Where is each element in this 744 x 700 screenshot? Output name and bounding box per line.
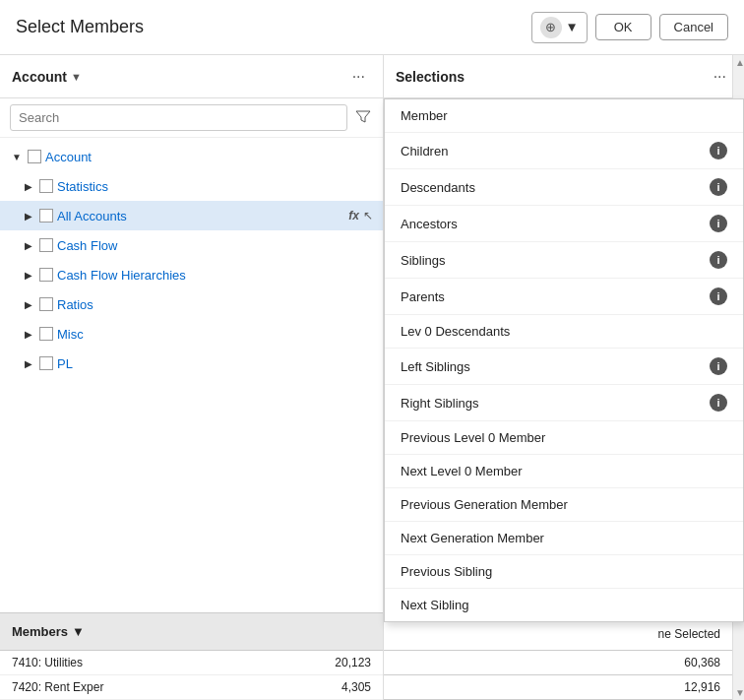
expand-cash-flow-hierarchies-button[interactable]: ▶ — [22, 268, 35, 282]
pl-label[interactable]: PL — [57, 356, 373, 371]
tree-item-all-accounts[interactable]: ▶ All Accounts fx ↖ — [0, 201, 383, 230]
member-row-2: 7420: Rent Exper 4,305 — [0, 675, 383, 700]
scroll-down-button[interactable]: ▼ — [733, 685, 744, 700]
siblings-info-icon: i — [710, 251, 727, 269]
dropdown-item-prev-sibling[interactable]: Previous Sibling — [385, 555, 743, 589]
checkbox-cash-flow[interactable] — [39, 238, 53, 252]
lev0-descendants-option-label: Lev 0 Descendants — [401, 324, 727, 339]
tree-item-cash-flow-hierarchies[interactable]: ▶ Cash Flow Hierarchies — [0, 260, 383, 289]
selections-dropdown-menu: Member Children i Descendants i Ancestor… — [384, 98, 744, 622]
scroll-up-button[interactable]: ▲ — [733, 55, 744, 70]
left-panel: Account ▼ ··· ▼ A — [0, 55, 384, 700]
misc-label[interactable]: Misc — [57, 327, 373, 342]
right-panel: Selections ··· ◀ Account Member Children… — [384, 55, 744, 700]
dropdown-item-descendants[interactable]: Descendants i — [385, 169, 743, 206]
member-name-1: 7410: Utilities — [12, 656, 312, 669]
expand-misc-button[interactable]: ▶ — [22, 327, 35, 341]
member-name-2: 7420: Rent Exper — [12, 680, 312, 694]
left-panel-ellipsis-button[interactable]: ··· — [346, 66, 371, 88]
left-siblings-info-icon: i — [710, 357, 727, 375]
dropdown-item-prev-gen[interactable]: Previous Generation Member — [385, 488, 743, 522]
tree-item-cash-flow[interactable]: ▶ Cash Flow — [0, 230, 383, 260]
dropdown-item-next-level0[interactable]: Next Level 0 Member — [385, 455, 743, 488]
next-gen-option-label: Next Generation Member — [401, 531, 727, 545]
right-bottom-row-3: 12,916 — [384, 675, 732, 700]
checkbox-ratios[interactable] — [39, 297, 53, 311]
right-bottom-row-1: ne Selected — [384, 618, 732, 651]
dropdown-item-ancestors[interactable]: Ancestors i — [385, 206, 743, 242]
member-option-label: Member — [401, 108, 727, 123]
dropdown-item-prev-level0[interactable]: Previous Level 0 Member — [385, 421, 743, 455]
right-bottom-row-2: 60,368 — [384, 651, 732, 675]
dropdown-item-lev0-descendants[interactable]: Lev 0 Descendants — [385, 315, 743, 349]
search-input[interactable] — [10, 104, 347, 131]
expand-account-button[interactable]: ▼ — [10, 150, 24, 163]
filter-icon-button[interactable] — [353, 106, 373, 129]
dropdown-item-right-siblings[interactable]: Right Siblings i — [385, 385, 743, 421]
descendants-option-label: Descendants — [401, 180, 702, 195]
ratios-label[interactable]: Ratios — [57, 297, 373, 312]
dialog-title: Select Members — [16, 17, 531, 37]
next-sibling-option-label: Next Sibling — [401, 598, 727, 612]
next-level0-option-label: Next Level 0 Member — [401, 464, 727, 478]
search-row — [0, 98, 383, 138]
right-bottom-value-2: 60,368 — [661, 656, 720, 669]
cash-flow-hierarchies-label[interactable]: Cash Flow Hierarchies — [57, 268, 373, 283]
descendants-info-icon: i — [710, 178, 727, 196]
left-panel-header: Account ▼ ··· — [0, 55, 383, 98]
tree-list: ▼ Account ▶ Statistics ▶ All Accounts fx — [0, 138, 383, 612]
tree-item-account[interactable]: ▼ Account — [0, 142, 383, 171]
checkbox-account[interactable] — [28, 150, 41, 163]
checkbox-all-accounts[interactable] — [39, 209, 53, 223]
members-title: Members ▼ — [12, 624, 85, 639]
cursor-icon: ↖ — [363, 209, 373, 223]
checkbox-misc[interactable] — [39, 327, 53, 341]
tree-item-statistics[interactable]: ▶ Statistics — [0, 171, 383, 201]
tree-item-ratios[interactable]: ▶ Ratios — [0, 289, 383, 319]
dropdown-item-children[interactable]: Children i — [385, 133, 743, 169]
right-panel-ellipsis-button[interactable]: ··· — [708, 66, 732, 88]
expand-pl-button[interactable]: ▶ — [22, 356, 35, 370]
filter-icon — [355, 108, 371, 124]
prev-gen-option-label: Previous Generation Member — [401, 497, 727, 512]
header-actions: ⊕ ▼ OK Cancel — [531, 12, 728, 43]
dropdown-item-left-siblings[interactable]: Left Siblings i — [385, 349, 743, 385]
checkbox-pl[interactable] — [39, 356, 53, 370]
parents-info-icon: i — [710, 287, 727, 305]
cash-flow-label[interactable]: Cash Flow — [57, 238, 373, 253]
members-header: Members ▼ — [0, 613, 383, 651]
account-title-label: Account — [12, 69, 67, 85]
select-members-dialog: Select Members ⊕ ▼ OK Cancel Account ▼ ·… — [0, 0, 744, 700]
expand-cash-flow-button[interactable]: ▶ — [22, 238, 35, 252]
account-chevron-icon[interactable]: ▼ — [71, 71, 82, 83]
account-label[interactable]: Account — [45, 150, 373, 164]
dropdown-item-siblings[interactable]: Siblings i — [385, 242, 743, 279]
dropdown-item-next-sibling[interactable]: Next Sibling — [385, 589, 743, 621]
help-icon: ⊕ — [540, 17, 562, 38]
dialog-header: Select Members ⊕ ▼ OK Cancel — [0, 0, 744, 55]
tree-item-misc[interactable]: ▶ Misc — [0, 319, 383, 349]
member-row-1: 7410: Utilities 20,123 — [0, 651, 383, 675]
dropdown-item-parents[interactable]: Parents i — [385, 279, 743, 315]
right-panel-header: Selections ··· — [384, 55, 744, 98]
all-accounts-label[interactable]: All Accounts — [57, 209, 344, 223]
dropdown-item-next-gen[interactable]: Next Generation Member — [385, 522, 743, 555]
left-siblings-option-label: Left Siblings — [401, 359, 702, 374]
member-value-2: 4,305 — [312, 680, 371, 694]
children-info-icon: i — [710, 142, 727, 159]
statistics-label[interactable]: Statistics — [57, 179, 373, 194]
expand-ratios-button[interactable]: ▶ — [22, 297, 35, 311]
expand-all-accounts-button[interactable]: ▶ — [22, 209, 35, 223]
dropdown-item-member[interactable]: Member — [385, 99, 743, 133]
none-selected-label: ne Selected — [658, 623, 720, 645]
members-rows: 7410: Utilities 20,123 7420: Rent Exper … — [0, 651, 383, 700]
tree-item-pl[interactable]: ▶ PL — [0, 349, 383, 378]
siblings-option-label: Siblings — [401, 253, 702, 268]
ancestors-option-label: Ancestors — [401, 217, 702, 231]
help-button[interactable]: ⊕ ▼ — [531, 12, 588, 43]
checkbox-statistics[interactable] — [39, 179, 53, 193]
expand-statistics-button[interactable]: ▶ — [22, 179, 35, 193]
ok-button[interactable]: OK — [595, 14, 651, 40]
checkbox-cash-flow-hierarchies[interactable] — [39, 268, 53, 282]
cancel-button[interactable]: Cancel — [659, 14, 728, 40]
